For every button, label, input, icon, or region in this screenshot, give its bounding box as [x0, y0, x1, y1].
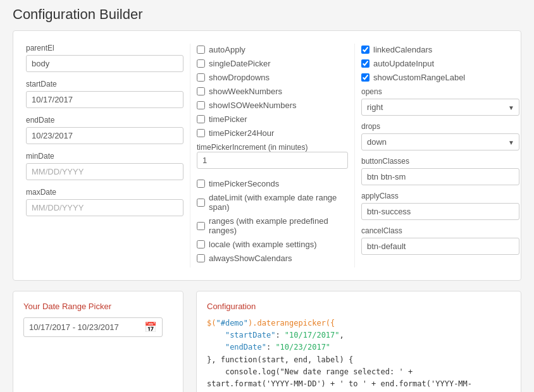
- timepicker24hour-label: timePicker24Hour: [209, 128, 274, 138]
- autoapply-item: autoApply: [197, 45, 348, 54]
- locale-label: locale (with example settings): [209, 240, 317, 249]
- cancelclass-label: cancelClass: [361, 226, 519, 235]
- startdate-label: startDate: [26, 80, 183, 89]
- drops-label: drops: [361, 122, 519, 131]
- timepicker-item: timePicker: [197, 114, 348, 124]
- timepickerseconds-label: timePickerSeconds: [209, 179, 279, 188]
- config-grid: parentEl startDate endDate minDate maxDa…: [26, 44, 508, 267]
- showcustomrangelabel-item: showCustomRangeLabel: [361, 73, 519, 82]
- opens-label: opens: [361, 87, 519, 96]
- increment-label: timePickerIncrement (in minutes): [197, 143, 307, 152]
- col3: linkedCalendars autoUpdateInput showCust…: [355, 44, 526, 267]
- buttonclasses-group: buttonClasses: [361, 157, 519, 185]
- autoupdateinput-item: autoUpdateInput: [361, 59, 519, 68]
- timepicker-checkbox[interactable]: [197, 115, 205, 123]
- parentel-group: parentEl: [26, 44, 183, 72]
- showweeknumbers-label: showWeekNumbers: [209, 87, 282, 96]
- ranges-item: ranges (with example predefined ranges): [197, 216, 348, 235]
- showdropdowns-checkbox[interactable]: [197, 73, 205, 82]
- page-title: Configuration Builder: [13, 6, 521, 23]
- datelimit-item: dateLimit (with example date range span): [197, 193, 348, 212]
- autoapply-label: autoApply: [209, 45, 245, 54]
- mindate-input[interactable]: [26, 163, 183, 180]
- autoupdateinput-checkbox[interactable]: [361, 59, 369, 68]
- showcustomrangelabel-label: showCustomRangeLabel: [373, 73, 465, 82]
- applyclass-label: applyClass: [361, 192, 519, 200]
- date-range-input[interactable]: [29, 322, 144, 332]
- datelimit-label: dateLimit (with example date range span): [209, 193, 348, 212]
- enddate-label: endDate: [26, 116, 183, 125]
- datelimit-checkbox[interactable]: [197, 199, 205, 207]
- ranges-label: ranges (with example predefined ranges): [209, 216, 348, 235]
- picker-title: Your Date Range Picker: [23, 302, 173, 311]
- ranges-checkbox[interactable]: [197, 222, 205, 230]
- col1: parentEl startDate endDate minDate maxDa…: [26, 44, 190, 267]
- showisoweeknumbers-checkbox[interactable]: [197, 101, 205, 109]
- picker-panel: Your Date Range Picker 📅: [13, 291, 183, 392]
- timepicker24hour-item: timePicker24Hour: [197, 128, 348, 138]
- maxdate-group: maxDate: [26, 188, 183, 216]
- singledatepicker-item: singleDatePicker: [197, 59, 348, 68]
- config-panel: parentEl startDate endDate minDate maxDa…: [13, 30, 521, 281]
- showdropdowns-item: showDropdowns: [197, 73, 348, 82]
- mindate-group: minDate: [26, 152, 183, 180]
- showdropdowns-label: showDropdowns: [209, 73, 270, 82]
- enddate-group: endDate: [26, 116, 183, 144]
- applyclass-input[interactable]: [361, 203, 519, 220]
- maxdate-input[interactable]: [26, 199, 183, 216]
- alwaysshowcalendars-label: alwaysShowCalendars: [209, 254, 292, 263]
- alwaysshowcalendars-item: alwaysShowCalendars: [197, 254, 348, 263]
- enddate-input[interactable]: [26, 127, 183, 144]
- showweeknumbers-item: showWeekNumbers: [197, 87, 348, 96]
- linkedcalendars-checkbox[interactable]: [361, 46, 369, 54]
- timepicker24hour-checkbox[interactable]: [197, 129, 205, 137]
- timepickerseconds-checkbox[interactable]: [197, 180, 205, 188]
- buttonclasses-input[interactable]: [361, 168, 519, 185]
- date-picker-wrapper[interactable]: 📅: [23, 317, 163, 337]
- linkedcalendars-item: linkedCalendars: [361, 45, 519, 54]
- config-code: $("#demo").daterangepicker({ "startDate"…: [207, 317, 511, 392]
- increment-input[interactable]: [197, 152, 348, 169]
- opens-select-wrapper: left right center: [361, 99, 519, 116]
- mindate-label: minDate: [26, 152, 183, 161]
- config-output-title: Configuration: [207, 302, 511, 311]
- autoupdateinput-label: autoUpdateInput: [373, 59, 434, 68]
- bottom-section: Your Date Range Picker 📅 Configuration $…: [13, 291, 521, 392]
- parentel-label: parentEl: [26, 44, 183, 52]
- opens-select[interactable]: left right center: [361, 99, 519, 116]
- autoapply-checkbox[interactable]: [197, 46, 205, 54]
- singledatepicker-label: singleDatePicker: [209, 59, 271, 68]
- showisoweeknumbers-item: showISOWeekNumbers: [197, 101, 348, 110]
- timepicker-label: timePicker: [209, 114, 247, 124]
- maxdate-label: maxDate: [26, 188, 183, 197]
- calendar-icon[interactable]: 📅: [144, 321, 157, 333]
- opens-group: opens left right center: [361, 87, 519, 116]
- buttonclasses-label: buttonClasses: [361, 157, 519, 166]
- drops-group: drops down up: [361, 122, 519, 150]
- drops-select[interactable]: down up: [361, 133, 519, 150]
- showcustomrangelabel-checkbox[interactable]: [361, 73, 369, 82]
- alwaysshowcalendars-checkbox[interactable]: [197, 254, 205, 262]
- startdate-group: startDate: [26, 80, 183, 108]
- applyclass-group: applyClass: [361, 192, 519, 220]
- locale-item: locale (with example settings): [197, 240, 348, 249]
- singledatepicker-checkbox[interactable]: [197, 59, 205, 68]
- linkedcalendars-label: linkedCalendars: [373, 45, 432, 54]
- timepickerseconds-item: timePickerSeconds: [197, 179, 348, 188]
- showisoweeknumbers-label: showISOWeekNumbers: [209, 101, 296, 110]
- cancelclass-group: cancelClass: [361, 226, 519, 255]
- locale-checkbox[interactable]: [197, 240, 205, 248]
- showweeknumbers-checkbox[interactable]: [197, 87, 205, 95]
- parentel-input[interactable]: [26, 55, 183, 72]
- startdate-input[interactable]: [26, 91, 183, 108]
- col2: autoApply singleDatePicker showDropdowns…: [190, 44, 355, 267]
- drops-select-wrapper: down up: [361, 133, 519, 150]
- cancelclass-input[interactable]: [361, 238, 519, 255]
- config-output-panel: Configuration $("#demo").daterangepicker…: [196, 291, 521, 392]
